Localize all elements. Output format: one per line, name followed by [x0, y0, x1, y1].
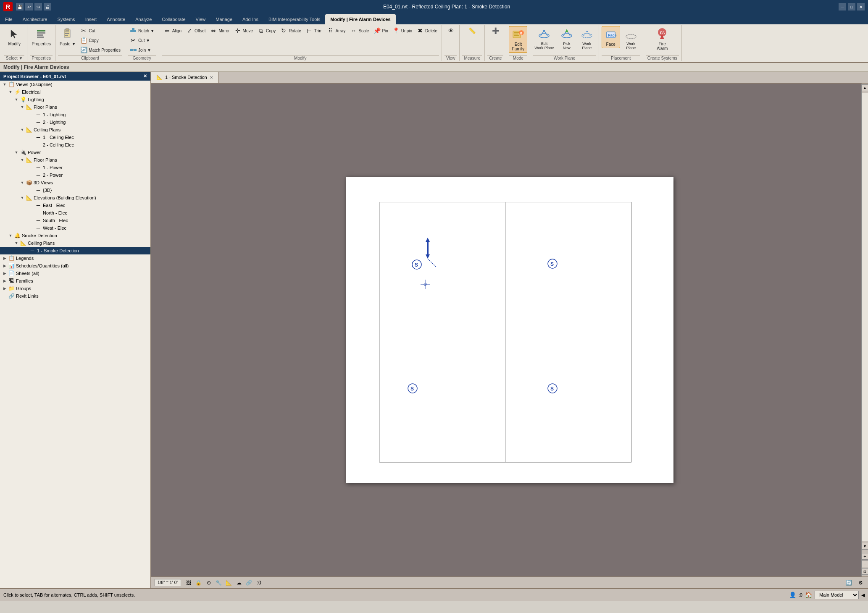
- tab-manage[interactable]: Manage: [210, 14, 237, 24]
- tree-item-legends[interactable]: ▶ 📋 Legends: [0, 254, 150, 262]
- sync-icon[interactable]: 🔄: [844, 579, 853, 587]
- browser-close-btn[interactable]: ✕: [143, 73, 147, 79]
- work-plane-placement-button[interactable]: WorkPlane: [622, 26, 640, 51]
- pin-button[interactable]: 📌Pin: [371, 26, 389, 35]
- maximize-btn[interactable]: □: [848, 3, 855, 10]
- tree-item-floor-plans-power[interactable]: ▼ 📐 Floor Plans: [0, 156, 150, 164]
- scale-button[interactable]: ↔Scale: [348, 26, 371, 35]
- tree-item-1-lighting[interactable]: ─ 1 - Lighting: [0, 111, 150, 118]
- status-icon-6[interactable]: ☁: [235, 579, 243, 587]
- edit-work-plane-button[interactable]: EditWork Plane: [533, 26, 555, 51]
- tree-item-3d-views[interactable]: ▼ 📦 3D Views: [0, 179, 150, 186]
- tree-item-1-smoke-detection[interactable]: ─ 1 - Smoke Detection: [0, 247, 150, 254]
- create-btn[interactable]: ➕: [490, 26, 501, 35]
- tree-item-groups[interactable]: ▶ 📁 Groups: [0, 285, 150, 292]
- tab-annotate[interactable]: Annotate: [102, 14, 130, 24]
- tree-item-lighting[interactable]: ▼ 💡 Lighting: [0, 96, 150, 103]
- tree-item-power[interactable]: ▼ 🔌 Power: [0, 149, 150, 156]
- tab-systems[interactable]: Systems: [52, 14, 80, 24]
- tree-item-3d[interactable]: ─ {3D}: [0, 186, 150, 194]
- tab-bim[interactable]: BIM Interoperability Tools: [263, 14, 325, 24]
- tree-item-2-lighting[interactable]: ─ 2 - Lighting: [0, 118, 150, 126]
- quick-access-save[interactable]: 💾: [16, 3, 24, 10]
- quick-access-undo[interactable]: ↩: [25, 3, 33, 10]
- user-icon[interactable]: 👤: [789, 592, 796, 598]
- quick-access-redo[interactable]: ↪: [34, 3, 42, 10]
- tree-item-electrical[interactable]: ▼ ⚡ Electrical: [0, 88, 150, 96]
- fire-alarm-system-button[interactable]: FA FireAlarm: [653, 26, 671, 52]
- cut-geometry-button[interactable]: ✂ Cut ▼: [128, 36, 156, 45]
- offset-button[interactable]: ⤢Offset: [184, 26, 208, 35]
- mirror-pick-button[interactable]: ⇔Mirror: [208, 26, 231, 35]
- minimize-btn[interactable]: ─: [839, 3, 846, 10]
- status-icon-2[interactable]: 🔒: [195, 579, 203, 587]
- array-button[interactable]: ⠿Array: [325, 26, 347, 35]
- status-icon-7[interactable]: 🔗: [245, 579, 253, 587]
- tree-item-floor-plans-lighting[interactable]: ▼ 📐 Floor Plans: [0, 103, 150, 111]
- tree-item-ceiling-plans-lighting[interactable]: ▼ 📐 Ceiling Plans: [0, 126, 150, 134]
- tree-item-east-elec[interactable]: ─ East - Elec: [0, 202, 150, 209]
- tab-analyze[interactable]: Analyze: [130, 14, 157, 24]
- status-icon-4[interactable]: 🔧: [215, 579, 223, 587]
- pick-new-button[interactable]: PickNew: [558, 26, 576, 51]
- tree-item-elevations[interactable]: ▼ 📐 Elevations (Building Elevation): [0, 194, 150, 202]
- paste-button[interactable]: Paste ▼: [58, 26, 77, 47]
- tab-architecture[interactable]: Architecture: [18, 14, 53, 24]
- measure-btn[interactable]: 📏: [467, 26, 478, 35]
- drawing-canvas-area[interactable]: S: [151, 84, 868, 576]
- tree-item-sheets[interactable]: ▶ 📄 Sheets (all): [0, 270, 150, 277]
- settings-icon[interactable]: ⚙: [856, 579, 865, 587]
- align-button[interactable]: ⇐Align: [162, 26, 183, 35]
- properties-button[interactable]: Properties: [30, 26, 53, 47]
- tree-item-schedules[interactable]: ▶ 📊 Schedules/Quantities (all): [0, 262, 150, 270]
- view-tab-smoke-detection[interactable]: 📐 1 - Smoke Detection ✕: [151, 72, 218, 83]
- drawing-canvas[interactable]: S: [346, 177, 673, 483]
- tree-item-revit-links[interactable]: 🔗 Revit Links: [0, 292, 150, 300]
- quick-access-print[interactable]: 🖨: [44, 3, 51, 10]
- join-button[interactable]: Join ▼: [128, 45, 156, 55]
- tree-item-north-elec[interactable]: ─ North - Elec: [0, 209, 150, 217]
- tab-file[interactable]: File: [0, 14, 18, 24]
- tab-insert[interactable]: Insert: [80, 14, 102, 24]
- zoom-in-btn[interactable]: +: [862, 553, 868, 560]
- tree-item-south-elec[interactable]: ─ South - Elec: [0, 217, 150, 224]
- tab-view[interactable]: View: [191, 14, 211, 24]
- scroll-down-btn[interactable]: ▼: [862, 543, 868, 550]
- show-work-plane-button[interactable]: WorkPlane: [578, 26, 596, 51]
- rotate-button[interactable]: ↻Rotate: [278, 26, 302, 35]
- status-icon-1[interactable]: 🖼: [184, 579, 193, 587]
- model-selector[interactable]: Main Model: [815, 591, 859, 599]
- tree-item-1-power[interactable]: ─ 1 - Power: [0, 164, 150, 171]
- view-btn[interactable]: 👁: [445, 26, 456, 35]
- face-button[interactable]: Face Face: [602, 26, 620, 48]
- tree-item-ceiling-plans-smoke[interactable]: ▼ 📐 Ceiling Plans: [0, 239, 150, 247]
- copy-button[interactable]: 📋 Copy: [78, 36, 122, 45]
- detector-d2[interactable]: S: [547, 258, 558, 270]
- tree-item-1-ceiling-elec[interactable]: ─ 1 - Ceiling Elec: [0, 134, 150, 141]
- trim-button[interactable]: ⊢Trim: [304, 26, 324, 35]
- status-icon-3[interactable]: ⊙: [205, 579, 213, 587]
- tab-close-btn[interactable]: ✕: [210, 75, 213, 80]
- tree-item-views[interactable]: ▼ 📋 Views (Discipline): [0, 81, 150, 88]
- expand-arrow[interactable]: ◀: [861, 592, 865, 598]
- tree-item-2-ceiling-elec[interactable]: ─ 2 - Ceiling Elec: [0, 141, 150, 149]
- tab-collaborate[interactable]: Collaborate: [157, 14, 190, 24]
- tree-item-west-elec[interactable]: ─ West - Elec: [0, 224, 150, 232]
- detector-d1[interactable]: S: [411, 259, 423, 270]
- tab-modify-fire-alarm[interactable]: Modify | Fire Alarm Devices: [325, 14, 395, 24]
- unpin-button[interactable]: 📍Unpin: [391, 26, 414, 35]
- match-props-button[interactable]: 🔄 Match Properties: [78, 45, 122, 55]
- scroll-track[interactable]: [862, 93, 868, 541]
- detector-d4[interactable]: S: [547, 382, 558, 394]
- edit-family-button[interactable]: E EditFamily: [509, 26, 527, 53]
- tree-item-smoke-detection[interactable]: ▼ 🔔 Smoke Detection: [0, 232, 150, 239]
- copy-modify-button[interactable]: ⧉Copy: [255, 26, 277, 35]
- scroll-up-btn[interactable]: ▲: [862, 84, 868, 91]
- delete-button[interactable]: ✖Delete: [415, 26, 439, 35]
- notch-button[interactable]: Notch ▼: [128, 26, 156, 35]
- tab-addins[interactable]: Add-Ins: [237, 14, 263, 24]
- tree-item-2-power[interactable]: ─ 2 - Power: [0, 171, 150, 179]
- worksharing-icon[interactable]: 🏠: [805, 592, 812, 598]
- zoom-out-btn[interactable]: −: [862, 561, 868, 567]
- status-icon-5[interactable]: 📐: [225, 579, 233, 587]
